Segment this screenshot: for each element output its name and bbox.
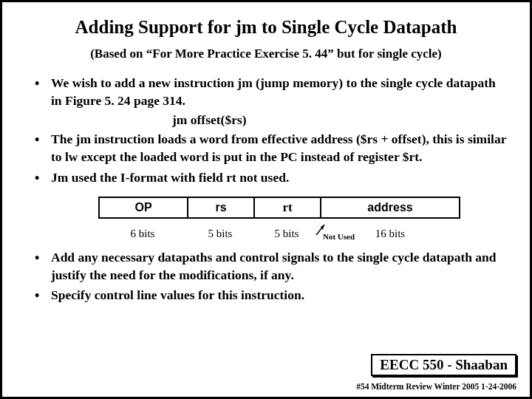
bits-rs: 5 bits [187, 223, 253, 240]
bullet-5: Specify control line values for this ins… [32, 287, 508, 304]
not-used-label: Not Used [323, 232, 355, 241]
bits-rt: 5 bits [253, 223, 320, 240]
header-address: address [321, 198, 459, 217]
bullet-3: Jm used the I-format with field rt not u… [32, 169, 508, 187]
footer-meta: #54 Midterm Review Winter 2005 1-24-2006 [356, 382, 516, 391]
slide-title: Adding Support for jm to Single Cycle Da… [24, 17, 508, 38]
bits-row: 6 bits 5 bits 5 bits 16 bits Not Used [98, 223, 460, 240]
footer-course-box: EECC 550 - Shaaban [371, 354, 516, 376]
bullet-1: We wish to add a new instruction jm (jum… [32, 75, 508, 109]
header-op: OP [100, 198, 188, 217]
slide-subtitle: (Based on “For More Practice Exercise 5.… [24, 47, 508, 61]
header-rs: rs [188, 198, 255, 217]
code-example: jm offset($rs) [172, 112, 508, 128]
bits-op: 6 bits [98, 223, 187, 240]
header-rt: rt [255, 198, 321, 217]
bullet-2: The jm instruction loads a word from eff… [32, 131, 508, 166]
instruction-format-table: OP rs rt address [98, 197, 460, 219]
bullet-4: Add any necessary datapaths and control … [32, 249, 508, 284]
